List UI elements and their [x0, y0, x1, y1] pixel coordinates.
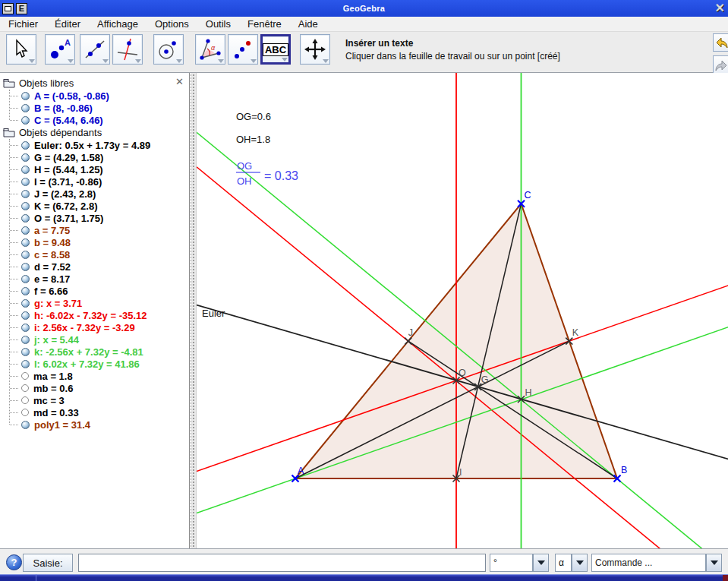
tool-dropdown-arrow[interactable] — [282, 58, 288, 62]
graphics-svg[interactable]: ABCIJKOGHOG=0.6OH=1.8EulerOGOH= 0.33 — [197, 73, 728, 548]
algebra-item[interactable]: C = (5.44, 6.46) — [0, 114, 189, 126]
visibility-marble-icon[interactable] — [21, 263, 30, 271]
tool-dropdown-arrow[interactable] — [323, 59, 329, 63]
fraction-numerator[interactable]: OG — [237, 160, 252, 172]
algebra-item[interactable]: B = (8, -0.86) — [0, 102, 189, 114]
canvas-text[interactable]: OG=0.6 — [236, 111, 271, 122]
visibility-marble-icon[interactable] — [21, 178, 30, 186]
algebra-item[interactable]: k: -2.56x + 7.32y = -4.81 — [0, 346, 189, 358]
algebra-item[interactable]: K = (6.72, 2.8) — [0, 200, 189, 212]
tool-dropdown-arrow[interactable] — [135, 59, 141, 63]
visibility-marble-icon[interactable] — [21, 104, 30, 112]
algebra-item[interactable]: mb = 0.6 — [0, 382, 189, 394]
algebra-item[interactable]: A = (-0.58, -0.86) — [0, 90, 189, 102]
command-select[interactable]: Commande ... — [591, 554, 706, 572]
algebra-section-header[interactable]: Objets libres — [0, 77, 189, 90]
visibility-marble-icon[interactable] — [21, 421, 30, 429]
visibility-marble-icon[interactable] — [21, 311, 30, 320]
algebra-item[interactable]: e = 8.17 — [0, 273, 189, 285]
menu-item-aide[interactable]: Aide — [290, 17, 326, 31]
visibility-marble-icon[interactable] — [21, 251, 30, 259]
reflect-point-tool-button[interactable] — [228, 34, 258, 65]
algebra-item[interactable]: J = (2.43, 2.8) — [0, 188, 189, 200]
algebra-item[interactable]: mc = 3 — [0, 394, 189, 406]
visibility-hollow-icon[interactable] — [21, 384, 29, 392]
algebra-item[interactable]: j: x = 5.44 — [0, 333, 189, 346]
visibility-marble-icon[interactable] — [21, 226, 30, 235]
menu-item-outils[interactable]: Outils — [197, 17, 239, 31]
algebra-item[interactable]: i: 2.56x - 7.32y = -3.29 — [0, 321, 189, 333]
perpendicular-line-tool-button[interactable] — [112, 34, 143, 65]
tool-dropdown-arrow[interactable] — [218, 59, 224, 63]
algebra-item[interactable]: b = 9.48 — [0, 236, 189, 248]
move-tool-button[interactable] — [6, 34, 36, 65]
move-graphics-view-tool-button[interactable] — [300, 34, 330, 65]
input-label-button[interactable]: Saisie: — [23, 554, 73, 572]
algebra-item[interactable]: f = 6.66 — [0, 285, 189, 297]
visibility-marble-icon[interactable] — [21, 141, 30, 150]
degree-select[interactable]: ° — [490, 554, 533, 572]
algebra-item[interactable]: l: 6.02x + 7.32y = 41.86 — [0, 358, 189, 370]
visibility-hollow-icon[interactable] — [21, 409, 29, 416]
close-window-button[interactable]: ✕ — [715, 1, 725, 15]
degree-select-arrow[interactable] — [533, 554, 549, 572]
visibility-marble-icon[interactable] — [21, 360, 30, 368]
panel-splitter[interactable] — [191, 73, 197, 548]
canvas-text[interactable]: OH=1.8 — [236, 134, 270, 145]
new-point-tool-button[interactable]: A — [45, 34, 75, 65]
algebra-item[interactable]: d = 7.52 — [0, 261, 189, 273]
tool-dropdown-arrow[interactable] — [29, 59, 35, 63]
tool-dropdown-arrow[interactable] — [176, 59, 182, 63]
visibility-hollow-icon[interactable] — [21, 396, 29, 404]
visibility-marble-icon[interactable] — [21, 336, 30, 344]
algebra-item[interactable]: poly1 = 31.4 — [0, 418, 189, 431]
input-help-button[interactable]: ? — [6, 554, 22, 570]
algebra-item[interactable]: md = 0.33 — [0, 406, 189, 418]
visibility-marble-icon[interactable] — [21, 202, 30, 210]
tool-dropdown-arrow[interactable] — [251, 59, 257, 63]
algebra-item[interactable]: Euler: 0.5x + 1.73y = 4.89 — [0, 139, 189, 151]
visibility-marble-icon[interactable] — [21, 299, 30, 308]
greek-select-arrow[interactable] — [572, 554, 588, 572]
visibility-marble-icon[interactable] — [21, 190, 30, 198]
tool-dropdown-arrow[interactable] — [102, 59, 109, 63]
algebra-item[interactable]: a = 7.75 — [0, 224, 189, 236]
close-algebra-view-button[interactable]: ✕ — [175, 77, 184, 87]
menu-item-fichier[interactable]: Fichier — [0, 17, 46, 31]
algebra-section-header[interactable]: Objets dépendants — [0, 126, 189, 139]
menu-item-options[interactable]: Options — [147, 17, 197, 31]
menu-item-fenetre[interactable]: Fenêtre — [239, 17, 290, 31]
visibility-marble-icon[interactable] — [21, 116, 30, 125]
algebra-item[interactable]: G = (4.29, 1.58) — [0, 151, 189, 163]
algebra-item[interactable]: g: x = 3.71 — [0, 297, 189, 309]
algebra-item[interactable]: c = 8.58 — [0, 248, 189, 261]
insert-text-tool-button[interactable]: ABC — [260, 34, 291, 65]
circle-tool-button[interactable] — [153, 34, 184, 65]
line-h[interactable] — [197, 167, 660, 548]
menu-item-affichage[interactable]: Affichage — [89, 17, 147, 31]
undo-button[interactable] — [713, 33, 728, 52]
algebra-item[interactable]: ma = 1.8 — [0, 370, 189, 382]
visibility-marble-icon[interactable] — [21, 324, 30, 332]
command-input[interactable] — [78, 554, 486, 572]
line-tool-button[interactable] — [80, 34, 110, 65]
algebra-item[interactable]: O = (3.71, 1.75) — [0, 212, 189, 224]
visibility-marble-icon[interactable] — [21, 287, 30, 295]
visibility-marble-icon[interactable] — [21, 275, 30, 283]
redo-button[interactable] — [713, 55, 728, 74]
command-select-arrow[interactable] — [706, 554, 722, 572]
algebra-item[interactable]: I = (3.71, -0.86) — [0, 175, 189, 188]
visibility-marble-icon[interactable] — [21, 153, 30, 162]
visibility-marble-icon[interactable] — [21, 92, 30, 100]
visibility-marble-icon[interactable] — [21, 214, 30, 223]
visibility-marble-icon[interactable] — [21, 348, 30, 356]
visibility-marble-icon[interactable] — [21, 238, 30, 247]
menu-item-editer[interactable]: Éditer — [46, 17, 89, 31]
visibility-hollow-icon[interactable] — [21, 372, 29, 380]
algebra-item[interactable]: H = (5.44, 1.25) — [0, 163, 189, 175]
canvas-text[interactable]: Euler — [202, 308, 225, 319]
greek-select[interactable]: α — [555, 554, 572, 572]
angle-tool-button[interactable]: α — [195, 34, 225, 65]
graphics-view[interactable]: ABCIJKOGHOG=0.6OH=1.8EulerOGOH= 0.33 — [197, 73, 728, 548]
tool-dropdown-arrow[interactable] — [68, 59, 74, 63]
